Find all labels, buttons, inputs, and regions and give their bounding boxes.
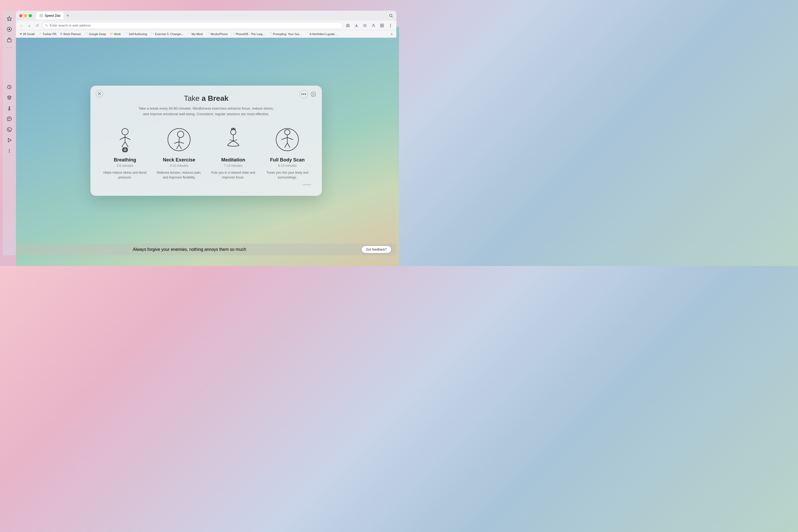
active-tab[interactable]: ⚡ Speed Dial — [36, 12, 63, 19]
star-icon[interactable] — [4, 14, 14, 23]
messenger-icon[interactable] — [4, 114, 14, 124]
breathing-desc: Helps reduce stress and blood pressure. — [101, 170, 149, 180]
bag-icon[interactable] — [4, 35, 14, 45]
bookmark-label: Tushar PR — [42, 33, 56, 36]
camera-button[interactable] — [344, 22, 352, 29]
search-small-icon — [45, 24, 48, 27]
bookmark-label: Google Keep — [89, 33, 106, 36]
neck-exercise-icon — [166, 126, 192, 153]
menu-button[interactable] — [387, 22, 394, 29]
list-button[interactable] — [361, 22, 369, 29]
activity-breathing[interactable]: Breathing 3-6 minutes Helps reduce stres… — [101, 126, 149, 180]
bookmark-label: Work — [114, 33, 121, 36]
close-traffic-light[interactable] — [19, 14, 22, 17]
tushar-icon: 📄 — [38, 33, 41, 35]
work-icon: 📁 — [110, 33, 113, 35]
activity-meditation[interactable]: Meditation 7-13 minutes Puts you in a re… — [209, 126, 257, 180]
prompting-icon: 📄 — [269, 33, 272, 35]
bookmark-mockuphone[interactable]: 📄 MockuPhone — [205, 32, 229, 36]
search-icon[interactable] — [389, 14, 393, 18]
bookmark-self-authoring[interactable]: 📄 Self Authoring — [123, 32, 149, 36]
toolbar-actions — [344, 22, 394, 29]
svg-line-11 — [392, 17, 393, 18]
navigate-icon[interactable] — [4, 103, 14, 113]
svg-point-39 — [231, 130, 236, 135]
svg-point-44 — [285, 130, 290, 135]
whatsapp-icon[interactable] — [4, 125, 14, 134]
neck-exercise-name: Neck Exercise — [163, 157, 195, 163]
extension-button[interactable] — [378, 22, 386, 29]
modal-title: Take a Break — [101, 94, 311, 103]
speedometer-icon[interactable] — [4, 24, 14, 34]
activity-full-body-scan[interactable]: Full Body Scan 8-15 minutes Tunes you in… — [264, 126, 311, 180]
bookmark-label: Self Authoring — [129, 33, 147, 36]
bookmark-gmail[interactable]: ✉ 28 Gmail — [18, 32, 36, 36]
titlebar: ⚡ Speed Dial + — [16, 11, 396, 21]
bookmark-label: Work Planner — [63, 33, 81, 36]
refresh-button[interactable]: ↺ — [34, 22, 40, 29]
neck-exercise-duration: 4-10 minutes — [170, 164, 188, 168]
meditation-desc: Puts you in a relaxed state and improves… — [209, 170, 257, 180]
svg-point-26 — [390, 26, 391, 27]
forward-button[interactable]: › — [26, 22, 33, 29]
breathing-icon — [112, 126, 138, 153]
quote-bar: Always forgive your enemies, nothing ann… — [16, 244, 396, 255]
svg-marker-6 — [8, 138, 11, 142]
svg-point-38 — [177, 131, 184, 137]
svg-rect-23 — [382, 26, 384, 27]
bookmark-prompting[interactable]: 📄 Prompting: Your Gui... — [267, 32, 303, 36]
sidebar — [3, 11, 16, 255]
bookmark-my-mind[interactable]: 📄 My Mind — [186, 32, 204, 36]
layers-icon[interactable] — [4, 93, 14, 102]
bookmark-label: Prompting: Your Gui... — [273, 33, 302, 36]
modal-emoji-button[interactable] — [309, 90, 318, 98]
profile-button[interactable] — [370, 22, 377, 29]
svg-point-32 — [122, 129, 128, 135]
yelp-icon[interactable] — [4, 82, 14, 92]
full-body-scan-desc: Tunes you into your body and surrounding… — [264, 170, 311, 180]
svg-marker-0 — [7, 17, 12, 21]
play-icon[interactable] — [4, 135, 14, 145]
bookmark-phonedb[interactable]: 📄 PhoneDB - The Larg... — [230, 32, 267, 36]
activity-neck-exercise[interactable]: Neck Exercise 4-10 minutes Relieves tens… — [155, 126, 203, 180]
bookmark-exercise5[interactable]: 📄 Exercise 5: Changin... — [149, 32, 185, 36]
svg-point-30 — [312, 93, 313, 94]
titlebar-right — [389, 14, 393, 18]
tab-favicon: ⚡ — [39, 14, 43, 18]
exercise5-icon: 📄 — [151, 33, 154, 35]
bookmark-hitchhiker[interactable]: 📄 A hitchhiker's guide... — [304, 32, 339, 36]
my-mind-icon: 📄 — [187, 33, 190, 35]
download-button[interactable] — [353, 22, 360, 29]
svg-point-10 — [390, 14, 392, 17]
maximize-traffic-light[interactable] — [29, 14, 32, 17]
modal-title-bold: a Break — [202, 94, 228, 102]
modal-title-normal: Take — [184, 94, 202, 102]
hitchhiker-icon: 📄 — [305, 33, 308, 35]
bookmarks-bar: ✉ 28 Gmail 📄 Tushar PR G Work Planner 📄 … — [16, 30, 396, 38]
bookmark-tushar[interactable]: 📄 Tushar PR — [37, 32, 58, 36]
feedback-button[interactable]: Got feedback? — [362, 246, 391, 253]
modal-close-button[interactable] — [96, 90, 103, 97]
neck-exercise-desc: Relieves tension, reduces pain, and impr… — [155, 170, 203, 180]
svg-point-29 — [311, 92, 316, 97]
bookmark-label: A hitchhiker's guide... — [310, 33, 337, 36]
svg-point-25 — [390, 25, 391, 26]
more-dots-icon[interactable] — [4, 146, 14, 156]
full-body-scan-duration: 8-15 minutes — [278, 164, 297, 168]
bookmark-work[interactable]: 📁 Work — [108, 32, 122, 36]
traffic-lights — [19, 14, 32, 17]
svg-rect-20 — [380, 24, 382, 25]
new-tab-button[interactable]: + — [65, 13, 71, 19]
svg-point-31 — [314, 93, 315, 94]
bookmarks-overflow-button[interactable]: » — [389, 32, 394, 36]
minimize-traffic-light[interactable] — [24, 14, 27, 17]
svg-point-41 — [231, 129, 232, 130]
gmail-icon: ✉ — [20, 33, 22, 35]
back-button[interactable]: ‹ — [18, 22, 24, 29]
modal-more-button[interactable]: ••• — [300, 90, 308, 98]
address-bar[interactable] — [42, 22, 343, 29]
svg-point-9 — [9, 152, 10, 153]
address-input[interactable] — [50, 24, 340, 27]
bookmark-google-keep[interactable]: 📄 Google Keep — [83, 32, 108, 36]
bookmark-work-planner[interactable]: G Work Planner — [58, 32, 82, 36]
